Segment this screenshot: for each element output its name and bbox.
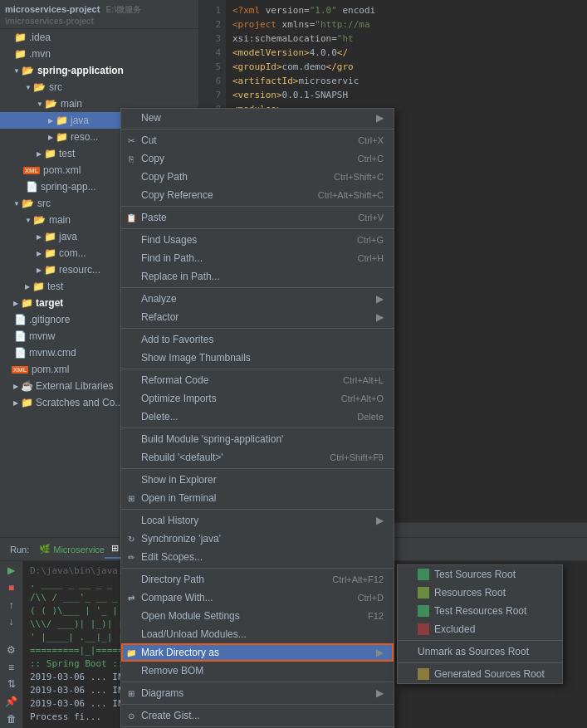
spring-icon: 🌿 <box>39 544 51 555</box>
paste-icon: 📋 <box>125 212 137 223</box>
menu-item-refactor[interactable]: Refactor ▶ <box>121 308 394 326</box>
menu-separator <box>121 328 394 329</box>
submenu-separator <box>398 662 562 663</box>
trash-button[interactable]: 🗑 <box>3 712 20 725</box>
menu-item-copypath[interactable]: Copy Path Ctrl+Shift+C <box>121 168 394 186</box>
menu-label-editscopes: Edit Scopes... <box>141 551 203 563</box>
tree-label-idea: .idea <box>29 32 51 43</box>
test-resources-root-icon <box>418 605 429 617</box>
menu-item-copy[interactable]: ⎘ Copy Ctrl+C <box>121 149 394 168</box>
menu-item-dirpath[interactable]: Directory Path Ctrl+Alt+F12 <box>121 570 394 589</box>
menu-item-copyref[interactable]: Copy Reference Ctrl+Alt+Shift+C <box>121 186 394 204</box>
menu-label-comparewith: Compare With... <box>141 592 213 603</box>
folder-icon: 📁 <box>43 147 56 160</box>
submenu-item-resourcesroot[interactable]: Resources Root <box>398 584 562 602</box>
menu-item-delete[interactable]: Delete... Delete <box>121 408 394 426</box>
menu-item-buildmodule[interactable]: Build Module 'spring-application' <box>121 430 394 448</box>
menu-label-syncjava: Synchronize 'java' <box>141 533 221 545</box>
tree-item-mvn[interactable]: 📁 .mvn <box>0 46 198 62</box>
tree-label-resourc: resourc... <box>59 264 100 276</box>
chevron-right-icon: ▶ <box>37 150 42 158</box>
menu-separator <box>121 129 394 129</box>
menu-label-findusages: Find Usages <box>141 234 197 246</box>
scroll-down-button[interactable]: ↓ <box>3 616 20 628</box>
tree-label-reso: reso... <box>71 131 98 143</box>
shortcut-rebuild: Ctrl+Shift+F9 <box>330 452 384 462</box>
menu-item-analyze[interactable]: Analyze ▶ <box>121 290 394 308</box>
menu-item-openterminal[interactable]: ⊞ Open in Terminal <box>121 489 394 507</box>
menu-label-openterminal: Open in Terminal <box>141 492 217 504</box>
submenu-label-testsourcesroot: Test Sources Root <box>434 569 516 580</box>
shortcut-reformatcode: Ctrl+Alt+L <box>343 375 384 385</box>
tree-item-spring-app[interactable]: ▼ 📂 spring-application <box>0 62 198 79</box>
menu-label-creategist: Create Gist... <box>141 710 200 721</box>
folder-icon: 📁 <box>55 114 68 127</box>
submenu-markdirectory: Test Sources Root Resources Root Test Re… <box>397 564 563 684</box>
submenu-label-resourcesroot: Resources Root <box>434 587 506 599</box>
menu-item-diagrams[interactable]: ⊞ Diagrams ▶ <box>121 684 394 702</box>
menu-item-showimagethumb[interactable]: Show Image Thumbnails <box>121 349 394 367</box>
tree-label-mvn: .mvn <box>29 48 51 60</box>
folder-icon: 📁 <box>43 247 56 260</box>
submenu-item-excluded[interactable]: Excluded <box>398 620 562 638</box>
shortcut-optimizeimports: Ctrl+Alt+O <box>341 393 384 403</box>
gist-icon: ⊙ <box>125 710 137 721</box>
menu-item-loadunload[interactable]: Load/Unload Modules... <box>121 625 394 643</box>
menu-item-paste[interactable]: 📋 Paste Ctrl+V <box>121 208 394 227</box>
submenu-item-gensourcesroot[interactable]: Generated Sources Root <box>398 665 562 683</box>
tree-item-idea[interactable]: 📁 .idea <box>0 29 198 46</box>
menu-item-cut[interactable]: ✂ Cut Ctrl+X <box>121 131 394 149</box>
tree-label-spring-file: spring-app... <box>41 181 96 193</box>
menu-item-markdirectory[interactable]: 📁 Mark Directory as ▶ <box>121 643 394 662</box>
resources-root-icon <box>418 587 429 599</box>
run-label: Run: <box>3 545 36 555</box>
menu-item-creategist[interactable]: ⊙ Create Gist... <box>121 706 394 725</box>
filter-button[interactable]: ≡ <box>3 661 20 673</box>
sort-button[interactable]: ⇅ <box>3 678 20 691</box>
menu-item-comparewith[interactable]: ⇄ Compare With... Ctrl+D <box>121 589 394 607</box>
project-name: microservices-project <box>5 4 100 14</box>
menu-separator <box>121 568 394 569</box>
menu-label-buildmodule: Build Module 'spring-application' <box>141 433 283 445</box>
scroll-up-button[interactable]: ↑ <box>3 599 20 611</box>
menu-item-addfavorites[interactable]: Add to Favorites <box>121 330 394 349</box>
folder-icon: 📂 <box>22 197 35 210</box>
folder-icon: 📁 <box>55 130 68 144</box>
stop-button[interactable]: ■ <box>3 582 20 594</box>
menu-item-removebom[interactable]: Remove BOM <box>121 662 394 680</box>
menu-item-openmodulesettings[interactable]: Open Module Settings F12 <box>121 607 394 625</box>
excluded-icon <box>418 623 429 635</box>
settings-button[interactable]: ⚙ <box>3 644 20 657</box>
menu-item-new[interactable]: New ▶ <box>121 109 394 127</box>
menu-label-replaceinpath: Replace in Path... <box>141 271 220 282</box>
menu-item-showexplorer[interactable]: Show in Explorer <box>121 471 394 489</box>
tree-item-src[interactable]: ▼ 📂 src <box>0 79 198 95</box>
menu-item-optimizeimports[interactable]: Optimize Imports Ctrl+Alt+O <box>121 389 394 408</box>
chevron-down-icon: ▼ <box>13 200 20 208</box>
menu-item-findusages[interactable]: Find Usages Ctrl+G <box>121 231 394 249</box>
submenu-item-testsourcesroot[interactable]: Test Sources Root <box>398 565 562 584</box>
menu-item-findinpath[interactable]: Find in Path... Ctrl+H <box>121 249 394 267</box>
submenu-item-unmark[interactable]: Unmark as Sources Root <box>398 642 562 661</box>
run-button[interactable]: ▶ <box>3 564 20 577</box>
pin-button[interactable]: 📌 <box>3 696 20 708</box>
menu-item-rebuild[interactable]: Rebuild '<default>' Ctrl+Shift+F9 <box>121 448 394 467</box>
arrow-icon: ▶ <box>376 515 384 526</box>
submenu-label-testresourcesroot: Test Resources Root <box>434 605 526 617</box>
menu-item-syncjava[interactable]: ↻ Synchronize 'java' <box>121 530 394 548</box>
submenu-item-testresourcesroot[interactable]: Test Resources Root <box>398 602 562 620</box>
menu-label-markdirectory: Mark Directory as <box>141 647 219 658</box>
context-menu: New ▶ ✂ Cut Ctrl+X ⎘ Copy Ctrl+C Copy Pa… <box>120 108 394 728</box>
console-sidebar: ▶ ■ ↑ ↓ ⚙ ≡ ⇅ 📌 🗑 <box>0 561 23 728</box>
arrow-icon: ▶ <box>376 687 384 699</box>
menu-item-editscopes[interactable]: ✏ Edit Scopes... <box>121 548 394 566</box>
menu-item-replaceinpath[interactable]: Replace in Path... <box>121 267 394 286</box>
chevron-right-icon: ▶ <box>13 399 18 407</box>
menu-item-localhistory[interactable]: Local History ▶ <box>121 511 394 530</box>
ext-lib-icon: ☕ <box>20 379 33 393</box>
shortcut-dirpath: Ctrl+Alt+F12 <box>332 574 384 584</box>
menu-separator <box>121 287 394 288</box>
shortcut-copyref: Ctrl+Alt+Shift+C <box>318 190 384 200</box>
menu-item-reformatcode[interactable]: Reformat Code Ctrl+Alt+L <box>121 371 394 389</box>
folder-icon: 📁 <box>32 280 45 293</box>
